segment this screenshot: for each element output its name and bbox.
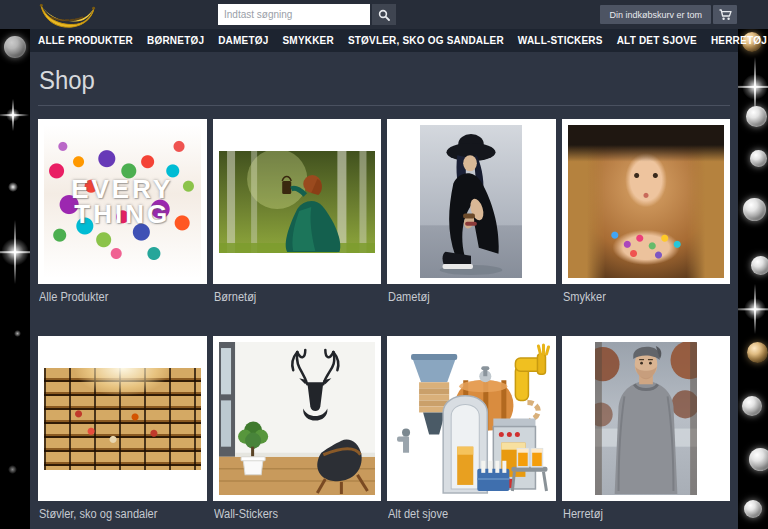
nav-item-wall-stickers[interactable]: WALL-STICKERS xyxy=(511,29,610,52)
site-panel: ALLE PRODUKTER BØRNETØJ DAMETØJ SMYKKER … xyxy=(30,0,738,529)
cart-button[interactable] xyxy=(713,5,737,24)
girl-forest-image xyxy=(219,151,376,253)
nav-item-alt-det-sjove[interactable]: ALT DET SJOVE xyxy=(610,29,704,52)
cart-area: Din indkøbskurv er tom xyxy=(600,5,737,24)
category-grid: EVERY THING Alle Produkter xyxy=(38,119,730,529)
category-label: Wall-Stickers xyxy=(214,507,368,521)
category-card-alle-produkter[interactable]: EVERY THING Alle Produkter xyxy=(38,119,207,336)
everything-collage-image: EVERY THING xyxy=(44,125,201,278)
nav-item-stovler-sko-sandaler[interactable]: STØVLER, SKO OG SANDALER xyxy=(341,29,511,52)
sparkle-decoration xyxy=(8,182,18,192)
category-card-smykker[interactable]: Smykker xyxy=(562,119,731,336)
category-image-frame xyxy=(38,336,207,501)
category-label: Herretøj xyxy=(563,507,717,521)
diamond-decoration xyxy=(4,36,26,58)
diamond-decoration xyxy=(742,396,762,416)
diamond-decoration xyxy=(750,150,767,167)
search-area xyxy=(218,4,396,25)
category-label: Dametøj xyxy=(388,290,542,304)
diamond-decoration xyxy=(746,106,767,127)
category-label: Børnetøj xyxy=(214,290,368,304)
deer-wall-sticker-image xyxy=(219,342,376,495)
nav-item-bornetoj[interactable]: BØRNETØJ xyxy=(140,29,211,52)
diamond-decoration xyxy=(749,448,768,471)
sparkle-decoration xyxy=(6,108,20,122)
nav-item-alle-produkter[interactable]: ALLE PRODUKTER xyxy=(31,29,140,52)
category-card-wall-stickers[interactable]: Wall-Stickers xyxy=(213,336,382,529)
category-image-frame xyxy=(562,336,731,501)
category-card-alt-det-sjove[interactable]: Alt det sjove xyxy=(387,336,556,529)
top-bar: Din indkøbskurv er tom xyxy=(0,0,768,29)
collage-text-line1: EVERY xyxy=(71,177,173,202)
search-icon xyxy=(378,9,390,21)
sparkle-decoration xyxy=(14,330,21,337)
sparkle-decoration xyxy=(742,74,768,100)
category-image-frame xyxy=(213,119,382,284)
category-label: Smykker xyxy=(563,290,717,304)
category-image-frame xyxy=(387,336,556,501)
category-label: Støvler, sko og sandaler xyxy=(39,507,193,521)
diamond-decoration xyxy=(744,500,762,518)
category-card-bornetoj[interactable]: Børnetøj xyxy=(213,119,382,336)
woman-with-rings-image xyxy=(568,125,725,278)
main-navigation: ALLE PRODUKTER BØRNETØJ DAMETØJ SMYKKER … xyxy=(30,29,738,52)
shoe-shelves-image xyxy=(44,368,201,470)
category-image-frame xyxy=(387,119,556,284)
cart-icon xyxy=(719,9,732,21)
nav-item-smykker[interactable]: SMYKKER xyxy=(276,29,341,52)
nav-item-dametoj[interactable]: DAMETØJ xyxy=(211,29,275,52)
sparkle-decoration xyxy=(1,238,29,266)
main-content: Shop EVERY THING Alle Produkter xyxy=(30,52,738,529)
category-label: Alt det sjove xyxy=(388,507,542,521)
category-image-frame: EVERY THING xyxy=(38,119,207,284)
search-input[interactable] xyxy=(218,4,370,25)
collage-text-line2: THING xyxy=(74,202,170,227)
category-card-dametoj[interactable]: Dametøj xyxy=(387,119,556,336)
category-image-frame xyxy=(562,119,731,284)
man-gray-sweater-image xyxy=(595,342,697,495)
diamond-decoration xyxy=(743,198,766,221)
title-divider xyxy=(38,105,730,106)
sparkle-decoration xyxy=(8,465,17,474)
page-title: Shop xyxy=(39,65,675,96)
cart-status-button[interactable]: Din indkøbskurv er tom xyxy=(600,5,711,24)
page: { "header": { "search": { "placeholder":… xyxy=(0,0,768,529)
category-card-herretoj[interactable]: Herretøj xyxy=(562,336,731,529)
woman-black-hat-image xyxy=(420,125,522,278)
banana-logo[interactable] xyxy=(38,1,96,28)
collage-text: EVERY THING xyxy=(44,125,201,278)
diamond-decoration xyxy=(751,256,768,275)
cartoon-machine-image xyxy=(393,342,550,495)
nav-item-herretoj[interactable]: HERRETØJ xyxy=(704,29,768,52)
search-button[interactable] xyxy=(372,4,396,25)
category-label: Alle Produkter xyxy=(39,290,193,304)
category-image-frame xyxy=(213,336,382,501)
sparkle-decoration xyxy=(744,298,766,320)
category-card-stovler[interactable]: Støvler, sko og sandaler xyxy=(38,336,207,529)
diamond-decoration xyxy=(747,342,768,363)
